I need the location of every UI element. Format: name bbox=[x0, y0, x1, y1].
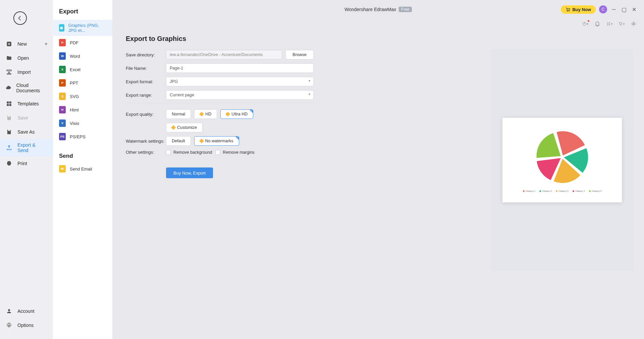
format-svg[interactable]: SSVG bbox=[53, 90, 112, 103]
watermark-none[interactable]: No watermarks bbox=[194, 136, 239, 146]
format-graphics[interactable]: ▣Graphics (PNG, JPG et... bbox=[53, 20, 112, 36]
close-button[interactable]: ✕ bbox=[631, 6, 637, 13]
format-select[interactable]: JPG bbox=[166, 77, 314, 86]
quality-ultra-hd[interactable]: Ultra HD bbox=[220, 109, 253, 119]
svg-point-6 bbox=[8, 309, 10, 311]
legend-item: Category 3 bbox=[556, 190, 568, 192]
send-heading: Send bbox=[53, 143, 112, 162]
legend-item: Category 2 bbox=[539, 190, 552, 192]
nav-save-as[interactable]: Save As bbox=[0, 125, 53, 139]
diamond-icon bbox=[199, 112, 204, 116]
add-icon[interactable]: + bbox=[45, 41, 48, 47]
diamond-icon bbox=[171, 125, 176, 130]
maximize-button[interactable]: ▢ bbox=[621, 6, 627, 13]
visio-file-icon: V bbox=[59, 119, 66, 127]
nav-label: Account bbox=[17, 308, 35, 314]
range-label: Export range: bbox=[126, 93, 166, 98]
format-html[interactable]: HHtml bbox=[53, 103, 112, 116]
nav-options[interactable]: Options bbox=[0, 318, 53, 332]
nav-print[interactable]: Print bbox=[0, 156, 53, 171]
svg-file-icon: S bbox=[59, 93, 66, 100]
other-label: Other settings: bbox=[126, 150, 166, 155]
nav-cloud[interactable]: Cloud Documents bbox=[0, 79, 53, 97]
quality-label: Export quality: bbox=[126, 112, 166, 117]
settings-icon[interactable] bbox=[631, 21, 637, 27]
legend-item: Category 4 bbox=[573, 190, 585, 192]
diamond-icon bbox=[225, 112, 230, 116]
save-dir-field[interactable]: iew.a.fernandez/OneDrive - Accenture/Doc… bbox=[166, 50, 282, 59]
nav-label: Cloud Documents bbox=[16, 83, 48, 93]
format-word[interactable]: WWord bbox=[53, 49, 112, 63]
file-name-field[interactable]: Page-1 bbox=[166, 63, 314, 73]
format-label: Export format: bbox=[126, 79, 166, 84]
svg-rect-4 bbox=[7, 104, 9, 106]
format-visio[interactable]: VVisio bbox=[53, 116, 112, 130]
svg-point-14 bbox=[609, 24, 610, 25]
nav-templates[interactable]: Templates bbox=[0, 97, 53, 111]
nav-label: New bbox=[17, 41, 27, 47]
svg-point-12 bbox=[609, 22, 610, 23]
export-button[interactable]: Buy Now, Export bbox=[166, 167, 213, 178]
nav-account[interactable]: Account bbox=[0, 304, 53, 318]
svg-rect-3 bbox=[9, 101, 11, 103]
minimize-button[interactable]: ─ bbox=[610, 6, 617, 13]
preview-area: Category 1Category 2Category 3Category 4… bbox=[491, 49, 633, 271]
form-heading: Export to Graphics bbox=[126, 35, 314, 43]
format-ps[interactable]: PSPS/EPS bbox=[53, 130, 112, 143]
image-file-icon: ▣ bbox=[59, 24, 64, 32]
apps-icon[interactable]: ▾ bbox=[606, 21, 612, 27]
nav-import[interactable]: Import bbox=[0, 65, 53, 79]
watermark-label: Watermark settings: bbox=[126, 139, 166, 144]
cloud-icon bbox=[5, 84, 11, 92]
send-email[interactable]: ✉Send Email bbox=[53, 162, 112, 176]
remove-bg-checkbox[interactable]: Remove background bbox=[166, 150, 212, 155]
save-as-icon bbox=[5, 128, 13, 136]
cart-icon bbox=[566, 7, 570, 12]
bell-icon[interactable] bbox=[594, 21, 600, 27]
browse-button[interactable]: Browse bbox=[285, 50, 314, 59]
nav-label: Save bbox=[17, 115, 28, 120]
preview-canvas: Category 1Category 2Category 3Category 4… bbox=[502, 118, 622, 202]
save-dir-label: Save directory: bbox=[126, 52, 166, 57]
svg-rect-1 bbox=[7, 74, 11, 75]
diamond-icon bbox=[199, 139, 204, 143]
nav-open[interactable]: Open bbox=[0, 51, 53, 65]
avatar[interactable]: C bbox=[599, 5, 607, 13]
range-select[interactable]: Current page bbox=[166, 90, 314, 100]
pie-chart bbox=[533, 128, 591, 186]
shirt-icon[interactable]: ▾ bbox=[619, 21, 625, 27]
buy-now-button[interactable]: Buy Now bbox=[561, 5, 596, 14]
email-icon: ✉ bbox=[59, 165, 66, 173]
nav-export-send[interactable]: Export & Send bbox=[0, 139, 53, 156]
svg-point-9 bbox=[569, 11, 570, 11]
watermark-default[interactable]: Default bbox=[166, 136, 191, 146]
import-icon bbox=[5, 68, 13, 76]
nav-label: Print bbox=[17, 161, 27, 166]
help-icon[interactable]: ▾ bbox=[582, 21, 588, 27]
svg-rect-2 bbox=[7, 101, 9, 103]
word-file-icon: W bbox=[59, 52, 66, 60]
nav-label: Open bbox=[17, 55, 29, 61]
format-excel[interactable]: XExcel bbox=[53, 63, 112, 76]
back-button[interactable] bbox=[13, 11, 27, 25]
templates-icon bbox=[5, 100, 13, 107]
nav-label: Export & Send bbox=[17, 142, 48, 153]
ppt-file-icon: P bbox=[59, 79, 66, 87]
gear-icon bbox=[5, 322, 13, 329]
nav-new[interactable]: New + bbox=[0, 37, 53, 51]
html-file-icon: H bbox=[59, 106, 66, 113]
remove-margins-checkbox[interactable]: Remove margins bbox=[215, 150, 254, 155]
nav-label: Options bbox=[17, 323, 34, 328]
print-icon bbox=[5, 160, 13, 167]
quality-normal[interactable]: Normal bbox=[166, 109, 191, 119]
format-ppt[interactable]: PPPT bbox=[53, 76, 112, 90]
quality-customize[interactable]: Customize bbox=[166, 123, 203, 132]
export-format-panel: Export ▣Graphics (PNG, JPG et... PPDF WW… bbox=[53, 0, 112, 339]
nav-label: Save As bbox=[17, 129, 35, 135]
export-heading: Export bbox=[53, 6, 112, 20]
quality-hd[interactable]: HD bbox=[194, 109, 217, 119]
excel-file-icon: X bbox=[59, 66, 66, 73]
svg-point-11 bbox=[607, 22, 608, 23]
format-pdf[interactable]: PPDF bbox=[53, 36, 112, 49]
account-icon bbox=[5, 307, 13, 315]
